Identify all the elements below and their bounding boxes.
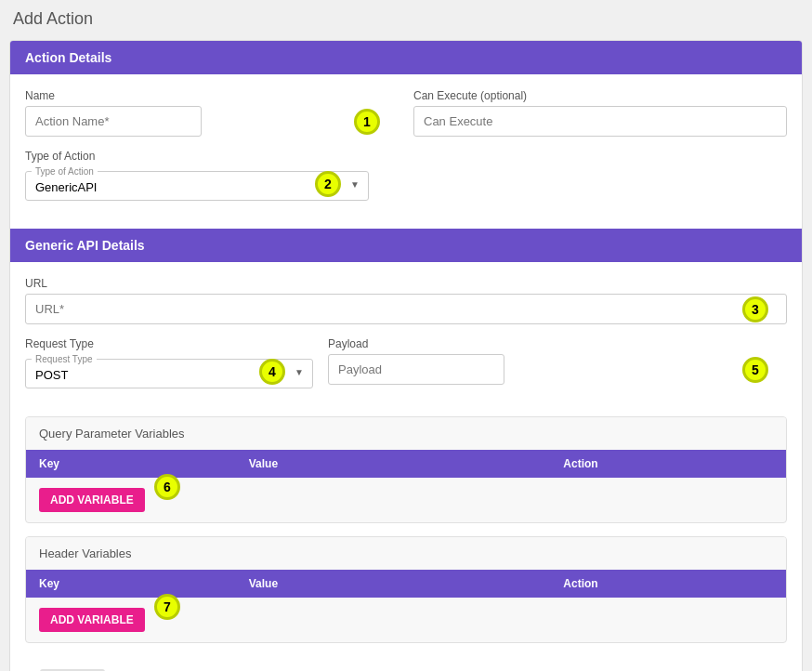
request-type-select[interactable]: POST GET PUT DELETE	[26, 364, 312, 388]
url-label: URL	[25, 277, 787, 290]
payload-label: Payload	[328, 337, 787, 350]
badge-1: 1	[354, 109, 380, 135]
add-header-variable-button[interactable]: ADD VARIABLE	[39, 608, 145, 632]
query-param-table-body: ADD VARIABLE 6	[26, 478, 786, 522]
page-title: Add Action	[9, 9, 803, 29]
query-param-table-header: Key Value Action	[26, 450, 786, 478]
generic-api-body: URL 3 Request Type Request Type POST GET	[10, 262, 802, 416]
generic-api-header: Generic API Details	[10, 229, 802, 262]
type-of-action-label: Type of Action	[25, 150, 369, 163]
header-variables-section: Header Variables Key Value Action ADD VA…	[25, 536, 787, 643]
url-input[interactable]	[25, 294, 787, 324]
name-label: Name	[25, 89, 399, 102]
type-of-action-legend: Type of Action	[32, 166, 98, 177]
header-variables-table-body: ADD VARIABLE 7	[26, 598, 786, 642]
badge-7: 7	[154, 594, 180, 620]
header-value-header: Value	[249, 577, 564, 590]
type-of-action-select[interactable]: GenericAPI REST SOAP	[26, 177, 368, 200]
request-type-label: Request Type	[25, 337, 313, 350]
action-details-header: Action Details	[10, 41, 802, 74]
badge-5: 5	[742, 357, 768, 383]
header-key-header: Key	[39, 577, 249, 590]
query-value-header: Value	[249, 457, 564, 470]
header-variables-table-header: Key Value Action	[26, 570, 786, 598]
badge-6: 6	[154, 474, 180, 500]
payload-input[interactable]	[328, 354, 504, 385]
main-card: Action Details Name 1 Can Execute (optio…	[9, 40, 803, 671]
query-param-title: Query Parameter Variables	[26, 417, 786, 450]
add-query-variable-button[interactable]: ADD VARIABLE	[39, 488, 145, 512]
query-action-header: Action	[563, 457, 773, 470]
query-key-header: Key	[39, 457, 249, 470]
header-variables-title: Header Variables	[26, 537, 786, 570]
can-execute-input[interactable]	[413, 106, 787, 137]
request-type-legend: Request Type	[32, 354, 97, 364]
can-execute-label: Can Execute (optional)	[413, 89, 787, 102]
name-input[interactable]	[25, 106, 202, 137]
header-action-header: Action	[563, 577, 773, 590]
action-details-body: Name 1 Can Execute (optional) Type of Ac…	[10, 74, 802, 229]
query-param-section: Query Parameter Variables Key Value Acti…	[25, 416, 787, 523]
